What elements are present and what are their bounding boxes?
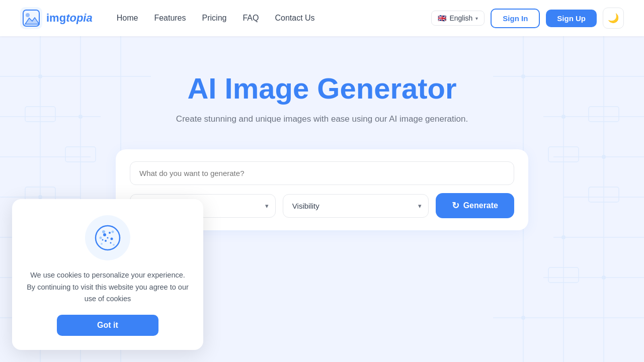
visibility-select[interactable]: Visibility Public Private	[283, 194, 429, 218]
hero-title: AI Image Generator	[187, 71, 456, 105]
svg-point-52	[107, 237, 109, 239]
cookie-text: We use cookies to personalize your exper…	[26, 269, 189, 305]
nav-contact[interactable]: Contact Us	[275, 14, 314, 23]
svg-point-55	[100, 237, 102, 239]
svg-rect-39	[65, 147, 96, 162]
svg-rect-44	[548, 267, 579, 283]
dark-mode-toggle[interactable]: 🌙	[603, 8, 624, 29]
svg-point-31	[561, 115, 566, 119]
nav-links: Home Features Pricing FAQ Contact Us	[117, 14, 432, 23]
cookie-svg	[94, 224, 122, 252]
svg-point-50	[110, 242, 112, 244]
generate-label: Generate	[463, 201, 498, 210]
svg-rect-37	[25, 107, 55, 122]
svg-point-35	[602, 276, 606, 280]
svg-point-54	[112, 231, 114, 233]
generate-icon: ↻	[452, 200, 459, 211]
svg-point-26	[38, 195, 42, 199]
language-label: English	[449, 14, 472, 22]
svg-point-53	[102, 230, 105, 233]
got-it-button[interactable]: Got it	[57, 315, 158, 336]
logo-icon	[20, 7, 42, 29]
svg-rect-41	[589, 107, 619, 122]
svg-point-48	[111, 238, 113, 240]
nav-right: 🇬🇧 English ▾ Sign In Sign Up 🌙	[431, 8, 624, 29]
svg-point-23	[38, 74, 42, 78]
visibility-wrapper: Visibility Public Private ▾	[283, 194, 429, 218]
cookie-icon-wrap	[85, 215, 130, 260]
hero-subtitle: Create stunning and unique images with e…	[176, 114, 468, 124]
svg-point-47	[109, 232, 111, 234]
logo[interactable]: imgtopia	[20, 7, 93, 29]
svg-point-49	[105, 240, 107, 242]
cookie-banner: We use cookies to personalize your exper…	[12, 199, 203, 350]
flag-icon: 🇬🇧	[438, 14, 446, 22]
nav-pricing[interactable]: Pricing	[202, 14, 227, 23]
svg-rect-42	[589, 187, 619, 202]
cookie-icon	[85, 215, 130, 260]
svg-point-34	[561, 235, 566, 239]
svg-point-51	[102, 239, 104, 241]
prompt-input[interactable]	[130, 161, 514, 185]
chevron-down-icon: ▾	[475, 16, 478, 21]
svg-point-56	[101, 243, 103, 245]
svg-point-30	[521, 74, 525, 78]
generate-button[interactable]: ↻ Generate	[436, 193, 514, 218]
svg-point-32	[602, 155, 606, 159]
nav-faq[interactable]: FAQ	[243, 14, 259, 23]
language-selector[interactable]: 🇬🇧 English ▾	[431, 11, 485, 26]
signup-button[interactable]: Sign Up	[546, 10, 597, 27]
svg-point-24	[78, 115, 83, 119]
nav-home[interactable]: Home	[117, 14, 138, 23]
signin-button[interactable]: Sign In	[491, 9, 540, 28]
svg-point-46	[103, 233, 106, 236]
nav-features[interactable]: Features	[154, 14, 186, 23]
svg-point-57	[113, 244, 115, 246]
navbar: imgtopia Home Features Pricing FAQ Conta…	[0, 0, 644, 36]
svg-point-2	[26, 13, 30, 17]
svg-rect-43	[548, 147, 579, 162]
svg-point-36	[521, 316, 525, 320]
logo-text: imgtopia	[46, 12, 93, 25]
